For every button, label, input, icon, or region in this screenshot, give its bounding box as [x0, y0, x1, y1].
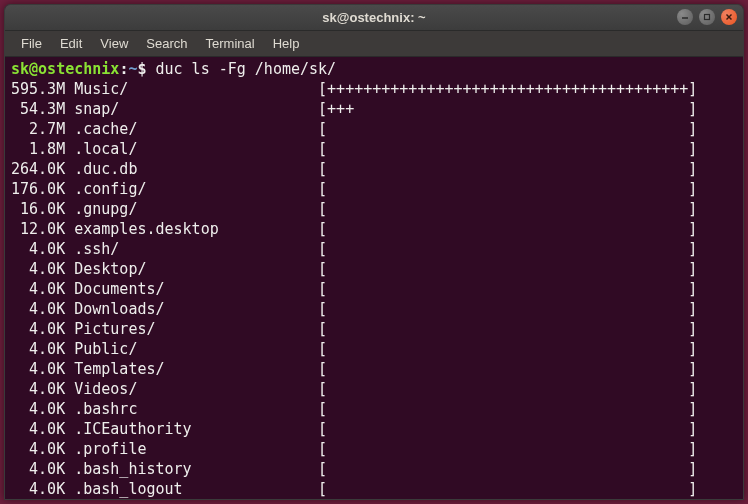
svg-rect-1 [705, 15, 710, 20]
window-title: sk@ostechnix: ~ [322, 10, 425, 25]
titlebar: sk@ostechnix: ~ [5, 5, 743, 31]
listing-row: 0 .sudo_as_admin_successful [ ] [11, 499, 737, 500]
menu-help[interactable]: Help [265, 33, 308, 54]
maximize-icon [703, 13, 711, 21]
menubar: File Edit View Search Terminal Help [5, 31, 743, 57]
listing-row: 4.0K .bashrc [ ] [11, 399, 737, 419]
listing-row: 12.0K examples.desktop [ ] [11, 219, 737, 239]
listing-row: 264.0K .duc.db [ ] [11, 159, 737, 179]
terminal-window: sk@ostechnix: ~ File Edit View Search Te… [4, 4, 744, 500]
maximize-button[interactable] [699, 9, 715, 25]
command-line: sk@ostechnix:~$ duc ls -Fg /home/sk/ [11, 59, 737, 79]
menu-edit[interactable]: Edit [52, 33, 90, 54]
prompt-user-host: sk@ostechnix [11, 60, 119, 78]
listing-row: 176.0K .config/ [ ] [11, 179, 737, 199]
listing-row: 4.0K Documents/ [ ] [11, 279, 737, 299]
listing-row: 4.0K Videos/ [ ] [11, 379, 737, 399]
listing-row: 16.0K .gnupg/ [ ] [11, 199, 737, 219]
typed-command: duc ls -Fg /home/sk/ [156, 60, 337, 78]
menu-file[interactable]: File [13, 33, 50, 54]
menu-search[interactable]: Search [138, 33, 195, 54]
listing-row: 4.0K .profile [ ] [11, 439, 737, 459]
listing-row: 54.3M snap/ [+++ ] [11, 99, 737, 119]
listing-row: 2.7M .cache/ [ ] [11, 119, 737, 139]
window-controls [677, 9, 737, 25]
close-icon [725, 13, 733, 21]
listing-row: 595.3M Music/ [+++++++++++++++++++++++++… [11, 79, 737, 99]
menu-view[interactable]: View [92, 33, 136, 54]
close-button[interactable] [721, 9, 737, 25]
listing-row: 4.0K Pictures/ [ ] [11, 319, 737, 339]
listing-row: 4.0K .ssh/ [ ] [11, 239, 737, 259]
listing-row: 4.0K Downloads/ [ ] [11, 299, 737, 319]
listing-row: 4.0K Public/ [ ] [11, 339, 737, 359]
listing-row: 4.0K .ICEauthority [ ] [11, 419, 737, 439]
prompt-dollar: $ [137, 60, 146, 78]
listing-row: 4.0K Desktop/ [ ] [11, 259, 737, 279]
listing-row: 4.0K .bash_history [ ] [11, 459, 737, 479]
listing-row: 4.0K .bash_logout [ ] [11, 479, 737, 499]
terminal-content[interactable]: sk@ostechnix:~$ duc ls -Fg /home/sk/595.… [5, 57, 743, 500]
menu-terminal[interactable]: Terminal [198, 33, 263, 54]
minimize-icon [681, 13, 689, 21]
listing-row: 4.0K Templates/ [ ] [11, 359, 737, 379]
minimize-button[interactable] [677, 9, 693, 25]
listing-row: 1.8M .local/ [ ] [11, 139, 737, 159]
